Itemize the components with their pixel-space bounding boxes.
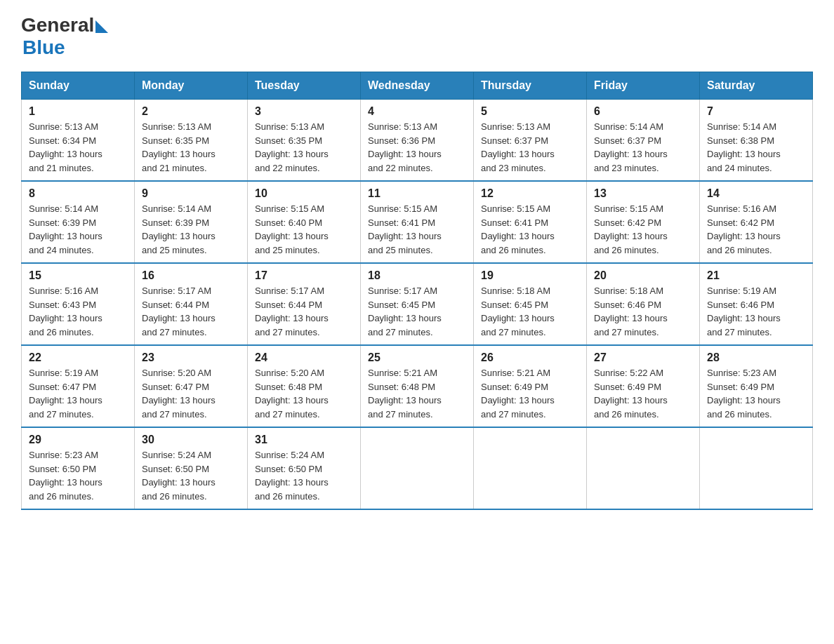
column-header-saturday: Saturday bbox=[700, 72, 813, 100]
day-number: 22 bbox=[29, 351, 127, 364]
day-info: Sunrise: 5:18 AMSunset: 6:46 PMDaylight:… bbox=[594, 286, 668, 337]
day-number: 8 bbox=[29, 187, 127, 200]
calendar-cell: 13 Sunrise: 5:15 AMSunset: 6:42 PMDaylig… bbox=[587, 181, 700, 263]
calendar-week-row: 1 Sunrise: 5:13 AMSunset: 6:34 PMDayligh… bbox=[22, 100, 813, 182]
day-number: 27 bbox=[594, 351, 692, 364]
day-info: Sunrise: 5:21 AMSunset: 6:48 PMDaylight:… bbox=[368, 368, 442, 420]
day-number: 4 bbox=[368, 105, 466, 118]
day-number: 29 bbox=[29, 434, 127, 446]
calendar-cell: 17 Sunrise: 5:17 AMSunset: 6:44 PMDaylig… bbox=[248, 263, 361, 345]
column-header-friday: Friday bbox=[587, 72, 700, 100]
calendar-cell: 27 Sunrise: 5:22 AMSunset: 6:49 PMDaylig… bbox=[587, 345, 700, 427]
calendar-cell: 3 Sunrise: 5:13 AMSunset: 6:35 PMDayligh… bbox=[248, 100, 361, 182]
calendar-cell: 28 Sunrise: 5:23 AMSunset: 6:49 PMDaylig… bbox=[700, 345, 813, 427]
calendar-cell: 22 Sunrise: 5:19 AMSunset: 6:47 PMDaylig… bbox=[22, 345, 135, 427]
day-number: 14 bbox=[707, 187, 805, 200]
calendar-cell: 18 Sunrise: 5:17 AMSunset: 6:45 PMDaylig… bbox=[361, 263, 474, 345]
calendar-cell: 12 Sunrise: 5:15 AMSunset: 6:41 PMDaylig… bbox=[474, 181, 587, 263]
day-number: 28 bbox=[707, 351, 805, 364]
column-header-wednesday: Wednesday bbox=[361, 72, 474, 100]
day-info: Sunrise: 5:24 AMSunset: 6:50 PMDaylight:… bbox=[142, 450, 216, 502]
calendar-cell: 31 Sunrise: 5:24 AMSunset: 6:50 PMDaylig… bbox=[248, 427, 361, 509]
day-info: Sunrise: 5:21 AMSunset: 6:49 PMDaylight:… bbox=[481, 368, 555, 420]
column-header-thursday: Thursday bbox=[474, 72, 587, 100]
calendar-cell: 20 Sunrise: 5:18 AMSunset: 6:46 PMDaylig… bbox=[587, 263, 700, 345]
day-info: Sunrise: 5:15 AMSunset: 6:40 PMDaylight:… bbox=[255, 203, 329, 255]
calendar-cell: 6 Sunrise: 5:14 AMSunset: 6:37 PMDayligh… bbox=[587, 100, 700, 182]
day-number: 18 bbox=[368, 269, 466, 282]
calendar-table: SundayMondayTuesdayWednesdayThursdayFrid… bbox=[21, 72, 813, 510]
calendar-week-row: 15 Sunrise: 5:16 AMSunset: 6:43 PMDaylig… bbox=[22, 263, 813, 345]
calendar-cell: 14 Sunrise: 5:16 AMSunset: 6:42 PMDaylig… bbox=[700, 181, 813, 263]
calendar-cell: 30 Sunrise: 5:24 AMSunset: 6:50 PMDaylig… bbox=[135, 427, 248, 509]
logo-blue-text: Blue bbox=[22, 36, 65, 59]
day-number: 24 bbox=[255, 351, 353, 364]
calendar-cell: 4 Sunrise: 5:13 AMSunset: 6:36 PMDayligh… bbox=[361, 100, 474, 182]
calendar-cell: 7 Sunrise: 5:14 AMSunset: 6:38 PMDayligh… bbox=[700, 100, 813, 182]
calendar-cell: 8 Sunrise: 5:14 AMSunset: 6:39 PMDayligh… bbox=[22, 181, 135, 263]
logo-arrow-icon bbox=[95, 20, 108, 33]
day-info: Sunrise: 5:14 AMSunset: 6:39 PMDaylight:… bbox=[29, 203, 102, 255]
day-info: Sunrise: 5:16 AMSunset: 6:43 PMDaylight:… bbox=[29, 286, 102, 337]
header: General Blue bbox=[21, 14, 813, 59]
day-info: Sunrise: 5:23 AMSunset: 6:50 PMDaylight:… bbox=[29, 450, 102, 502]
calendar-cell: 1 Sunrise: 5:13 AMSunset: 6:34 PMDayligh… bbox=[22, 100, 135, 182]
calendar-cell: 10 Sunrise: 5:15 AMSunset: 6:40 PMDaylig… bbox=[248, 181, 361, 263]
day-info: Sunrise: 5:14 AMSunset: 6:37 PMDaylight:… bbox=[594, 121, 668, 173]
calendar-cell bbox=[474, 427, 587, 509]
calendar-week-row: 8 Sunrise: 5:14 AMSunset: 6:39 PMDayligh… bbox=[22, 181, 813, 263]
day-number: 5 bbox=[481, 105, 579, 118]
day-number: 11 bbox=[368, 187, 466, 200]
day-info: Sunrise: 5:19 AMSunset: 6:46 PMDaylight:… bbox=[707, 286, 781, 337]
column-header-tuesday: Tuesday bbox=[248, 72, 361, 100]
day-number: 10 bbox=[255, 187, 353, 200]
day-info: Sunrise: 5:19 AMSunset: 6:47 PMDaylight:… bbox=[29, 368, 102, 420]
day-number: 25 bbox=[368, 351, 466, 364]
day-number: 26 bbox=[481, 351, 579, 364]
day-number: 20 bbox=[594, 269, 692, 282]
day-info: Sunrise: 5:13 AMSunset: 6:37 PMDaylight:… bbox=[481, 121, 555, 173]
day-info: Sunrise: 5:13 AMSunset: 6:35 PMDaylight:… bbox=[255, 121, 329, 173]
calendar-cell: 16 Sunrise: 5:17 AMSunset: 6:44 PMDaylig… bbox=[135, 263, 248, 345]
calendar-week-row: 29 Sunrise: 5:23 AMSunset: 6:50 PMDaylig… bbox=[22, 427, 813, 509]
day-number: 15 bbox=[29, 269, 127, 282]
calendar-cell: 29 Sunrise: 5:23 AMSunset: 6:50 PMDaylig… bbox=[22, 427, 135, 509]
calendar-cell bbox=[587, 427, 700, 509]
day-info: Sunrise: 5:13 AMSunset: 6:34 PMDaylight:… bbox=[29, 121, 102, 173]
day-number: 6 bbox=[594, 105, 692, 118]
column-header-monday: Monday bbox=[135, 72, 248, 100]
logo: General Blue bbox=[21, 14, 108, 59]
day-info: Sunrise: 5:22 AMSunset: 6:49 PMDaylight:… bbox=[594, 368, 668, 420]
day-number: 23 bbox=[142, 351, 240, 364]
day-info: Sunrise: 5:18 AMSunset: 6:45 PMDaylight:… bbox=[481, 286, 555, 337]
day-info: Sunrise: 5:17 AMSunset: 6:45 PMDaylight:… bbox=[368, 286, 442, 337]
calendar-cell: 24 Sunrise: 5:20 AMSunset: 6:48 PMDaylig… bbox=[248, 345, 361, 427]
calendar-cell: 9 Sunrise: 5:14 AMSunset: 6:39 PMDayligh… bbox=[135, 181, 248, 263]
day-info: Sunrise: 5:14 AMSunset: 6:39 PMDaylight:… bbox=[142, 203, 216, 255]
day-number: 21 bbox=[707, 269, 805, 282]
day-number: 19 bbox=[481, 269, 579, 282]
day-number: 31 bbox=[255, 434, 353, 446]
column-header-sunday: Sunday bbox=[22, 72, 135, 100]
calendar-cell: 2 Sunrise: 5:13 AMSunset: 6:35 PMDayligh… bbox=[135, 100, 248, 182]
day-number: 12 bbox=[481, 187, 579, 200]
calendar-cell: 19 Sunrise: 5:18 AMSunset: 6:45 PMDaylig… bbox=[474, 263, 587, 345]
calendar-cell: 5 Sunrise: 5:13 AMSunset: 6:37 PMDayligh… bbox=[474, 100, 587, 182]
day-info: Sunrise: 5:24 AMSunset: 6:50 PMDaylight:… bbox=[255, 450, 329, 502]
day-number: 13 bbox=[594, 187, 692, 200]
day-number: 7 bbox=[707, 105, 805, 118]
day-number: 17 bbox=[255, 269, 353, 282]
calendar-cell: 11 Sunrise: 5:15 AMSunset: 6:41 PMDaylig… bbox=[361, 181, 474, 263]
day-info: Sunrise: 5:20 AMSunset: 6:48 PMDaylight:… bbox=[255, 368, 329, 420]
day-number: 30 bbox=[142, 434, 240, 446]
calendar-cell: 15 Sunrise: 5:16 AMSunset: 6:43 PMDaylig… bbox=[22, 263, 135, 345]
day-info: Sunrise: 5:13 AMSunset: 6:36 PMDaylight:… bbox=[368, 121, 442, 173]
calendar-header-row: SundayMondayTuesdayWednesdayThursdayFrid… bbox=[22, 72, 813, 100]
day-info: Sunrise: 5:13 AMSunset: 6:35 PMDaylight:… bbox=[142, 121, 216, 173]
day-number: 3 bbox=[255, 105, 353, 118]
day-number: 1 bbox=[29, 105, 127, 118]
day-info: Sunrise: 5:15 AMSunset: 6:41 PMDaylight:… bbox=[481, 203, 555, 255]
day-info: Sunrise: 5:16 AMSunset: 6:42 PMDaylight:… bbox=[707, 203, 781, 255]
day-number: 9 bbox=[142, 187, 240, 200]
day-info: Sunrise: 5:20 AMSunset: 6:47 PMDaylight:… bbox=[142, 368, 216, 420]
